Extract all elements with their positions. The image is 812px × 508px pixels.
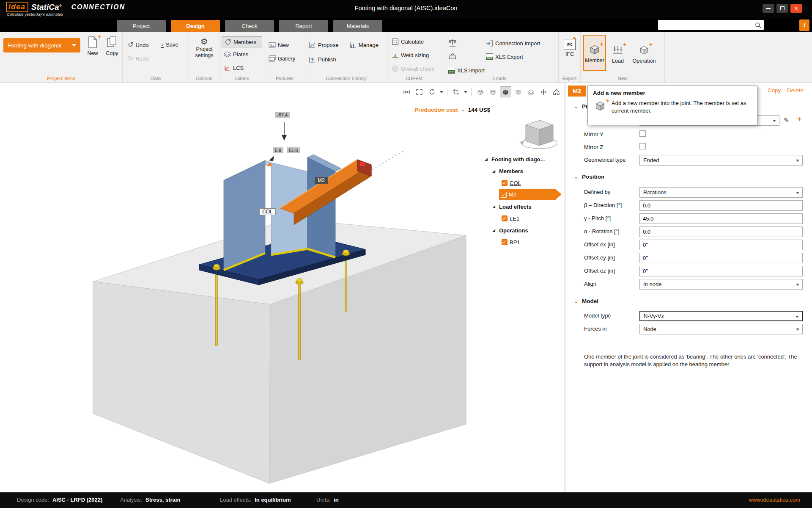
save-button[interactable]: ↓ Save (161, 41, 178, 48)
labels-members-toggle[interactable]: Members (222, 36, 262, 47)
selected-row-highlight[interactable]: ✓ M2 (499, 189, 556, 200)
tree-item-col[interactable]: ✓ COL (485, 177, 565, 189)
tree-expander-icon[interactable]: ◢ (492, 169, 497, 173)
edit-cross-section-button[interactable]: ✎ (784, 116, 789, 124)
dimension-lines-icon[interactable] (401, 86, 412, 97)
m2-checkbox[interactable]: ✓ (501, 192, 507, 198)
navigation-cube[interactable] (519, 120, 557, 149)
undo-button[interactable]: ↺ Undo (128, 41, 148, 48)
wireframe-view-icon[interactable] (475, 86, 486, 97)
new-project-item-button[interactable]: + New (84, 36, 102, 56)
tree-root[interactable]: ◢ Footing with diago... (485, 153, 565, 165)
search-input[interactable] (658, 21, 754, 29)
tree-expander-icon[interactable]: ◢ (492, 228, 497, 232)
tree-item-le1[interactable]: ✓ LE1 (485, 213, 565, 224)
gamma-pitch-input[interactable] (639, 213, 803, 224)
close-button[interactable]: ✕ (790, 4, 802, 13)
tab-check[interactable]: Check (225, 20, 274, 32)
copy-member-button[interactable]: Copy (768, 87, 781, 94)
tree-expander-icon[interactable]: ◢ (485, 157, 489, 161)
member-tag-m2[interactable]: M2 (315, 177, 328, 184)
xls-export-button[interactable]: XLS XLS Export (486, 53, 523, 60)
website-link[interactable]: www.ideastatica.com (749, 497, 800, 503)
3d-scene[interactable] (0, 83, 565, 492)
new-member-button[interactable]: + Member (583, 35, 606, 71)
tree-group-load-effects[interactable]: ◢ Load effects (485, 201, 565, 213)
ifc-export-button[interactable]: IFC IFC (562, 39, 577, 57)
pan-arrows-icon[interactable] (538, 86, 549, 97)
clip-options-caret-icon[interactable] (464, 91, 467, 93)
shaded-view-icon[interactable] (500, 86, 511, 97)
add-cross-section-button[interactable]: + (797, 114, 802, 124)
tab-design[interactable]: Design (171, 20, 220, 32)
project-settings-button[interactable]: ⚙ Project settings (191, 38, 218, 59)
load-balance-button[interactable] (448, 38, 457, 47)
redo-button[interactable]: ↻ Redo (128, 55, 148, 62)
tree-expander-icon[interactable]: ◢ (492, 204, 497, 209)
section-model[interactable]: ⌄ Model (574, 298, 598, 304)
tab-report[interactable]: Report (279, 20, 328, 32)
gamma-pitch-field[interactable] (639, 213, 803, 224)
rotate-options-caret-icon[interactable] (440, 91, 443, 93)
tree-item-m2[interactable]: ✓ M2 (485, 189, 565, 201)
picture-gallery-button[interactable]: Gallery (269, 55, 295, 62)
delete-member-button[interactable]: Delete (787, 87, 804, 94)
alpha-rotation-input[interactable] (639, 226, 803, 237)
project-item-selector[interactable]: Footing with diagonal (3, 38, 80, 52)
geometrical-type-combo[interactable]: Ended (639, 155, 803, 166)
propose-button[interactable]: Propose (309, 41, 338, 49)
connection-import-button[interactable]: Connection Import (486, 40, 540, 47)
offset-ez-input[interactable] (639, 266, 803, 276)
search-box[interactable] (658, 20, 764, 30)
rotate-view-icon[interactable] (426, 86, 438, 97)
overall-check-button[interactable]: Overall check (392, 65, 434, 72)
publish-button[interactable]: Publish (309, 56, 336, 63)
offset-ex-field[interactable] (639, 240, 803, 250)
column-member-col[interactable] (224, 155, 341, 270)
offset-ez-field[interactable] (639, 266, 803, 276)
calculate-button[interactable]: Calculate (392, 38, 424, 45)
labels-lcs-toggle[interactable]: LCS (224, 64, 244, 72)
load-weight-button[interactable] (449, 52, 456, 60)
hidden-line-view-icon[interactable] (487, 86, 499, 97)
tab-materials[interactable]: Materials (333, 20, 382, 32)
xls-import-button[interactable]: XLS XLS Import (448, 67, 485, 74)
new-load-button[interactable]: + Load (609, 36, 627, 71)
offset-ex-input[interactable] (639, 240, 803, 250)
model-type-combo[interactable]: N-Vy-Vz (639, 311, 803, 321)
tab-project[interactable]: Project (117, 20, 166, 32)
beta-direction-input[interactable] (639, 200, 803, 211)
3d-viewport[interactable]: Production cost - 144 US$ (0, 83, 565, 492)
beta-direction-field[interactable] (639, 200, 803, 211)
labels-plates-toggle[interactable]: Plates (224, 51, 248, 58)
offset-ey-input[interactable] (639, 253, 803, 263)
info-button[interactable]: i (799, 19, 809, 31)
le1-checkbox[interactable]: ✓ (502, 215, 508, 221)
zoom-fit-icon[interactable] (414, 86, 425, 97)
offset-ey-field[interactable] (639, 253, 803, 263)
tree-item-bp1[interactable]: ✓ BP1 (485, 236, 565, 248)
mirror-z-checkbox[interactable] (639, 143, 646, 149)
bp1-checkbox[interactable]: ✓ (502, 239, 508, 245)
section-position[interactable]: ⌄ Position (574, 174, 604, 180)
new-operation-button[interactable]: + Operation (629, 36, 659, 71)
tree-group-operations[interactable]: ◢ Operations (485, 224, 565, 236)
col-checkbox[interactable]: ✓ (502, 180, 508, 186)
clip-section-icon[interactable] (450, 86, 462, 97)
forces-in-combo[interactable]: Node (639, 324, 803, 334)
minimize-button[interactable] (763, 4, 774, 13)
tree-group-members[interactable]: ◢ Members (485, 165, 565, 177)
alpha-rotation-field[interactable] (639, 226, 803, 237)
picture-new-button[interactable]: New (269, 41, 289, 49)
home-view-icon[interactable] (551, 86, 562, 97)
mirror-y-checkbox[interactable] (639, 130, 646, 137)
manage-button[interactable]: Manage (349, 41, 379, 49)
copy-project-item-button[interactable]: Copy (103, 36, 121, 56)
defined-by-combo[interactable]: Rotations (639, 187, 803, 198)
maximize-button[interactable] (776, 4, 788, 13)
weld-sizing-button[interactable]: Weld sizing (392, 52, 429, 59)
align-combo[interactable]: In node (639, 279, 803, 290)
transparent-view-icon[interactable] (513, 86, 524, 97)
member-tag-col[interactable]: COL (259, 208, 276, 215)
plate-planes-icon[interactable] (525, 86, 537, 97)
